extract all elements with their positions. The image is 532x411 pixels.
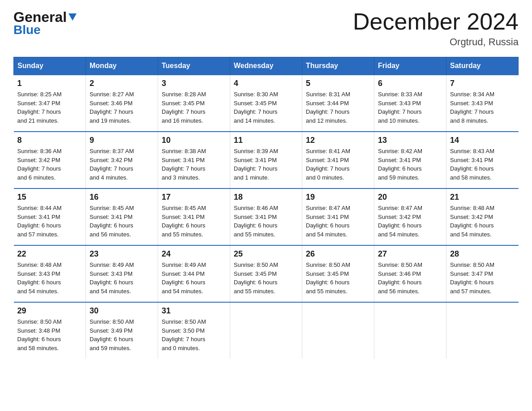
- header-friday: Friday: [374, 57, 446, 75]
- day-info: Sunrise: 8:39 AMSunset: 3:41 PMDaylight:…: [234, 148, 278, 181]
- day-info: Sunrise: 8:25 AMSunset: 3:47 PMDaylight:…: [17, 91, 62, 124]
- day-info: Sunrise: 8:50 AMSunset: 3:45 PMDaylight:…: [234, 261, 278, 295]
- day-info: Sunrise: 8:48 AMSunset: 3:42 PMDaylight:…: [450, 205, 494, 238]
- calendar-cell: 26 Sunrise: 8:50 AMSunset: 3:45 PMDaylig…: [302, 245, 374, 302]
- day-info: Sunrise: 8:36 AMSunset: 3:42 PMDaylight:…: [17, 148, 62, 181]
- calendar-cell: 21 Sunrise: 8:48 AMSunset: 3:42 PMDaylig…: [446, 188, 519, 245]
- day-info: Sunrise: 8:50 AMSunset: 3:48 PMDaylight:…: [17, 318, 62, 351]
- day-info: Sunrise: 8:45 AMSunset: 3:41 PMDaylight:…: [90, 205, 134, 238]
- day-number: 1: [17, 79, 82, 88]
- day-number: 25: [234, 249, 298, 259]
- day-info: Sunrise: 8:50 AMSunset: 3:50 PMDaylight:…: [162, 318, 206, 351]
- day-number: 7: [450, 79, 515, 88]
- calendar-cell: 7 Sunrise: 8:34 AMSunset: 3:43 PMDayligh…: [446, 75, 519, 132]
- day-number: 12: [306, 136, 370, 145]
- day-number: 14: [450, 136, 515, 145]
- calendar-table: Sunday Monday Tuesday Wednesday Thursday…: [13, 57, 519, 359]
- day-number: 20: [378, 193, 442, 202]
- calendar-cell: 17 Sunrise: 8:45 AMSunset: 3:41 PMDaylig…: [158, 188, 230, 245]
- day-info: Sunrise: 8:47 AMSunset: 3:42 PMDaylight:…: [378, 205, 422, 238]
- day-number: 28: [450, 249, 515, 259]
- calendar-cell: 28 Sunrise: 8:50 AMSunset: 3:47 PMDaylig…: [446, 245, 519, 302]
- calendar-week-row: 29 Sunrise: 8:50 AMSunset: 3:48 PMDaylig…: [14, 302, 519, 359]
- day-number: 2: [90, 79, 154, 88]
- day-number: 27: [378, 249, 442, 259]
- day-number: 10: [162, 136, 226, 145]
- calendar-cell: 8 Sunrise: 8:36 AMSunset: 3:42 PMDayligh…: [14, 132, 86, 188]
- calendar-week-row: 15 Sunrise: 8:44 AMSunset: 3:41 PMDaylig…: [14, 188, 519, 245]
- header-saturday: Saturday: [446, 57, 519, 75]
- day-info: Sunrise: 8:50 AMSunset: 3:47 PMDaylight:…: [450, 261, 494, 295]
- day-info: Sunrise: 8:43 AMSunset: 3:41 PMDaylight:…: [450, 148, 494, 181]
- calendar-cell: 24 Sunrise: 8:49 AMSunset: 3:44 PMDaylig…: [158, 245, 230, 302]
- day-number: 21: [450, 193, 515, 202]
- logo-triangle-icon: [68, 12, 77, 21]
- day-info: Sunrise: 8:47 AMSunset: 3:41 PMDaylight:…: [306, 205, 350, 238]
- calendar-cell: 9 Sunrise: 8:37 AMSunset: 3:42 PMDayligh…: [86, 132, 158, 188]
- day-number: 17: [162, 193, 226, 202]
- calendar-cell: 12 Sunrise: 8:41 AMSunset: 3:41 PMDaylig…: [302, 132, 374, 188]
- calendar-cell: 16 Sunrise: 8:45 AMSunset: 3:41 PMDaylig…: [86, 188, 158, 245]
- day-number: 26: [306, 249, 370, 259]
- day-number: 22: [17, 249, 82, 259]
- calendar-cell: 11 Sunrise: 8:39 AMSunset: 3:41 PMDaylig…: [230, 132, 302, 188]
- day-number: 29: [17, 306, 82, 316]
- day-number: 11: [234, 136, 298, 145]
- calendar-cell: 31 Sunrise: 8:50 AMSunset: 3:50 PMDaylig…: [158, 302, 230, 359]
- calendar-cell: 10 Sunrise: 8:38 AMSunset: 3:41 PMDaylig…: [158, 132, 230, 188]
- day-info: Sunrise: 8:41 AMSunset: 3:41 PMDaylight:…: [306, 148, 350, 181]
- day-info: Sunrise: 8:45 AMSunset: 3:41 PMDaylight:…: [162, 205, 206, 238]
- calendar-cell: 18 Sunrise: 8:46 AMSunset: 3:41 PMDaylig…: [230, 188, 302, 245]
- day-info: Sunrise: 8:34 AMSunset: 3:43 PMDaylight:…: [450, 91, 494, 124]
- day-info: Sunrise: 8:28 AMSunset: 3:45 PMDaylight:…: [162, 91, 206, 124]
- day-number: 6: [378, 79, 442, 88]
- calendar-cell: 13 Sunrise: 8:42 AMSunset: 3:41 PMDaylig…: [374, 132, 446, 188]
- day-info: Sunrise: 8:50 AMSunset: 3:46 PMDaylight:…: [378, 261, 422, 295]
- header-monday: Monday: [86, 57, 158, 75]
- header-wednesday: Wednesday: [230, 57, 302, 75]
- calendar-cell: 1 Sunrise: 8:25 AMSunset: 3:47 PMDayligh…: [14, 75, 86, 132]
- day-number: 18: [234, 193, 298, 202]
- calendar-header-row: Sunday Monday Tuesday Wednesday Thursday…: [14, 57, 519, 75]
- calendar-cell: 29 Sunrise: 8:50 AMSunset: 3:48 PMDaylig…: [14, 302, 86, 359]
- calendar-week-row: 1 Sunrise: 8:25 AMSunset: 3:47 PMDayligh…: [14, 75, 519, 132]
- calendar-cell: [446, 302, 519, 359]
- day-number: 31: [162, 306, 226, 316]
- month-title: December 2024: [353, 9, 519, 34]
- calendar-cell: 6 Sunrise: 8:33 AMSunset: 3:43 PMDayligh…: [374, 75, 446, 132]
- day-number: 23: [90, 249, 154, 259]
- header-sunday: Sunday: [14, 57, 86, 75]
- day-info: Sunrise: 8:49 AMSunset: 3:43 PMDaylight:…: [90, 261, 134, 295]
- day-number: 30: [90, 306, 154, 316]
- day-info: Sunrise: 8:31 AMSunset: 3:44 PMDaylight:…: [306, 91, 350, 124]
- day-number: 4: [234, 79, 298, 88]
- day-info: Sunrise: 8:50 AMSunset: 3:45 PMDaylight:…: [306, 261, 350, 295]
- logo-blue: Blue: [13, 23, 41, 37]
- day-number: 19: [306, 193, 370, 202]
- day-number: 16: [90, 193, 154, 202]
- header-thursday: Thursday: [302, 57, 374, 75]
- calendar-cell: 2 Sunrise: 8:27 AMSunset: 3:46 PMDayligh…: [86, 75, 158, 132]
- calendar-cell: 23 Sunrise: 8:49 AMSunset: 3:43 PMDaylig…: [86, 245, 158, 302]
- day-info: Sunrise: 8:33 AMSunset: 3:43 PMDaylight:…: [378, 91, 422, 124]
- calendar-cell: 19 Sunrise: 8:47 AMSunset: 3:41 PMDaylig…: [302, 188, 374, 245]
- day-number: 24: [162, 249, 226, 259]
- calendar-cell: [374, 302, 446, 359]
- header-tuesday: Tuesday: [158, 57, 230, 75]
- calendar-week-row: 8 Sunrise: 8:36 AMSunset: 3:42 PMDayligh…: [14, 132, 519, 188]
- day-info: Sunrise: 8:37 AMSunset: 3:42 PMDaylight:…: [90, 148, 134, 181]
- day-info: Sunrise: 8:50 AMSunset: 3:49 PMDaylight:…: [90, 318, 134, 351]
- calendar-cell: 20 Sunrise: 8:47 AMSunset: 3:42 PMDaylig…: [374, 188, 446, 245]
- calendar-cell: 25 Sunrise: 8:50 AMSunset: 3:45 PMDaylig…: [230, 245, 302, 302]
- logo: General Blue: [13, 9, 77, 37]
- day-info: Sunrise: 8:27 AMSunset: 3:46 PMDaylight:…: [90, 91, 134, 124]
- day-info: Sunrise: 8:48 AMSunset: 3:43 PMDaylight:…: [17, 261, 62, 295]
- calendar-week-row: 22 Sunrise: 8:48 AMSunset: 3:43 PMDaylig…: [14, 245, 519, 302]
- day-info: Sunrise: 8:30 AMSunset: 3:45 PMDaylight:…: [234, 91, 278, 124]
- svg-marker-0: [69, 13, 77, 21]
- calendar-cell: 15 Sunrise: 8:44 AMSunset: 3:41 PMDaylig…: [14, 188, 86, 245]
- day-number: 8: [17, 136, 82, 145]
- day-info: Sunrise: 8:44 AMSunset: 3:41 PMDaylight:…: [17, 205, 62, 238]
- calendar-cell: [230, 302, 302, 359]
- day-number: 15: [17, 193, 82, 202]
